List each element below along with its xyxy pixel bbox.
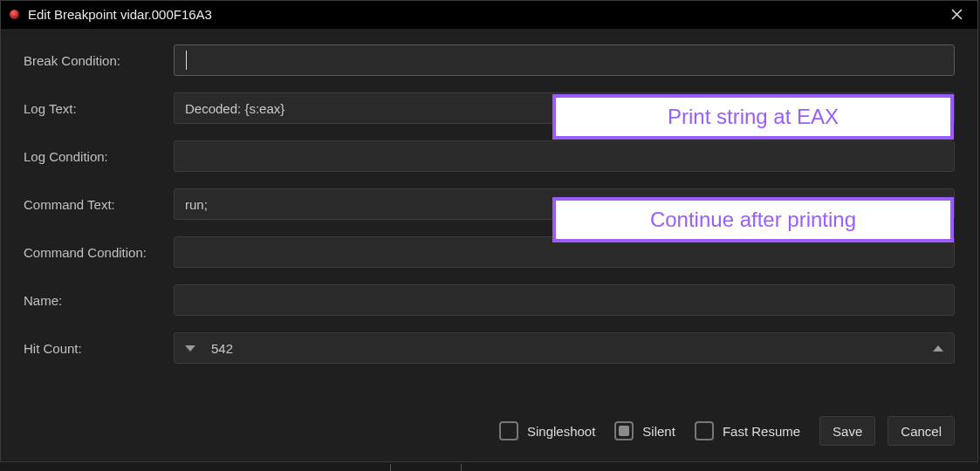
titlebar: Edit Breakpoint vidar.000F16A3: [1, 1, 977, 29]
hit-count-spinner[interactable]: 542: [174, 332, 955, 364]
name-input[interactable]: [174, 284, 955, 316]
close-icon: [951, 9, 963, 20]
silent-option[interactable]: Silent: [614, 421, 675, 440]
silent-label: Silent: [642, 424, 675, 439]
fast-resume-option[interactable]: Fast Resume: [695, 421, 800, 440]
label-hit-count: Hit Count:: [24, 341, 174, 356]
fast-resume-checkbox[interactable]: [695, 421, 714, 440]
row-log-condition: Log Condition:: [24, 140, 955, 172]
annotation-print-string: Print string at EAX: [552, 94, 954, 140]
cancel-button[interactable]: Cancel: [887, 416, 955, 446]
label-name: Name:: [24, 293, 174, 308]
edit-breakpoint-dialog: Edit Breakpoint vidar.000F16A3 Break Con…: [0, 0, 978, 462]
label-command-condition: Command Condition:: [24, 245, 174, 260]
annotation-continue: Continue after printing: [552, 197, 954, 242]
bottom-divider-ticks: [0, 462, 980, 471]
label-log-condition: Log Condition:: [24, 149, 174, 164]
close-button[interactable]: [944, 3, 969, 27]
silent-checkbox[interactable]: [614, 421, 634, 440]
break-condition-input[interactable]: [174, 44, 955, 76]
save-button[interactable]: Save: [819, 416, 875, 446]
text-caret-icon: [186, 51, 187, 70]
label-break-condition: Break Condition:: [24, 53, 174, 68]
singleshoot-checkbox[interactable]: [499, 421, 518, 440]
log-condition-input[interactable]: [174, 140, 955, 172]
singleshoot-option[interactable]: Singleshoot: [499, 421, 595, 440]
label-log-text: Log Text:: [24, 101, 174, 116]
row-hit-count: Hit Count: 542: [24, 332, 955, 364]
label-command-text: Command Text:: [24, 197, 174, 212]
fast-resume-label: Fast Resume: [723, 424, 800, 439]
chevron-up-icon[interactable]: [933, 345, 943, 352]
singleshoot-label: Singleshoot: [527, 424, 595, 439]
chevron-down-icon[interactable]: [185, 345, 195, 352]
breakpoint-dot-icon: [10, 10, 19, 19]
row-name: Name:: [24, 284, 955, 316]
row-break-condition: Break Condition:: [24, 44, 955, 76]
dialog-footer: Singleshoot Silent Fast Resume Save Canc…: [1, 409, 977, 461]
hit-count-value: 542: [211, 341, 233, 356]
window-title: Edit Breakpoint vidar.000F16A3: [28, 7, 944, 22]
